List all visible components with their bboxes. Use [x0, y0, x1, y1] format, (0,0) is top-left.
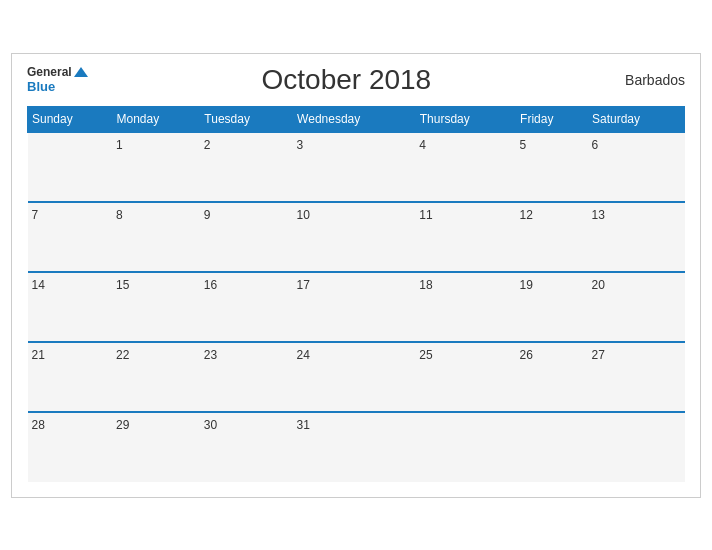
- calendar-cell: 13: [588, 202, 685, 272]
- day-number: 28: [32, 418, 45, 432]
- calendar-cell: [588, 412, 685, 482]
- day-number: 1: [116, 138, 123, 152]
- logo-blue: Blue: [27, 79, 55, 94]
- calendar-cell: 1: [112, 132, 200, 202]
- day-number: 24: [297, 348, 310, 362]
- day-number: 27: [592, 348, 605, 362]
- weekday-header-row: SundayMondayTuesdayWednesdayThursdayFrid…: [28, 106, 685, 132]
- calendar-table: SundayMondayTuesdayWednesdayThursdayFrid…: [27, 106, 685, 482]
- weekday-sunday: Sunday: [28, 106, 112, 132]
- weekday-saturday: Saturday: [588, 106, 685, 132]
- day-number: 21: [32, 348, 45, 362]
- day-number: 13: [592, 208, 605, 222]
- month-title: October 2018: [88, 64, 605, 96]
- logo: General Blue: [27, 65, 88, 95]
- logo-general: General: [27, 65, 72, 79]
- calendar-cell: 20: [588, 272, 685, 342]
- calendar-cell: 10: [293, 202, 416, 272]
- calendar-cell: [415, 412, 515, 482]
- day-number: 11: [419, 208, 432, 222]
- day-number: 26: [520, 348, 533, 362]
- week-row-2: 14151617181920: [28, 272, 685, 342]
- calendar-cell: 2: [200, 132, 293, 202]
- day-number: 23: [204, 348, 217, 362]
- weekday-thursday: Thursday: [415, 106, 515, 132]
- calendar-cell: 23: [200, 342, 293, 412]
- calendar-header: General Blue October 2018 Barbados: [27, 64, 685, 96]
- calendar-cell: 22: [112, 342, 200, 412]
- day-number: 30: [204, 418, 217, 432]
- week-row-0: 123456: [28, 132, 685, 202]
- day-number: 4: [419, 138, 426, 152]
- day-number: 12: [520, 208, 533, 222]
- weekday-friday: Friday: [516, 106, 588, 132]
- calendar-cell: 12: [516, 202, 588, 272]
- day-number: 8: [116, 208, 123, 222]
- weekday-tuesday: Tuesday: [200, 106, 293, 132]
- day-number: 5: [520, 138, 527, 152]
- calendar-container: General Blue October 2018 Barbados Sunda…: [11, 53, 701, 498]
- calendar-cell: 29: [112, 412, 200, 482]
- day-number: 15: [116, 278, 129, 292]
- day-number: 14: [32, 278, 45, 292]
- day-number: 10: [297, 208, 310, 222]
- calendar-cell: 9: [200, 202, 293, 272]
- weekday-monday: Monday: [112, 106, 200, 132]
- week-row-1: 78910111213: [28, 202, 685, 272]
- calendar-cell: 19: [516, 272, 588, 342]
- day-number: 3: [297, 138, 304, 152]
- calendar-header-row: SundayMondayTuesdayWednesdayThursdayFrid…: [28, 106, 685, 132]
- country-label: Barbados: [605, 72, 685, 88]
- calendar-cell: 5: [516, 132, 588, 202]
- calendar-cell: 28: [28, 412, 112, 482]
- calendar-cell: 30: [200, 412, 293, 482]
- calendar-cell: 21: [28, 342, 112, 412]
- calendar-cell: 7: [28, 202, 112, 272]
- calendar-cell: 18: [415, 272, 515, 342]
- calendar-cell: [516, 412, 588, 482]
- calendar-cell: 11: [415, 202, 515, 272]
- day-number: 16: [204, 278, 217, 292]
- day-number: 22: [116, 348, 129, 362]
- day-number: 31: [297, 418, 310, 432]
- calendar-cell: 4: [415, 132, 515, 202]
- day-number: 9: [204, 208, 211, 222]
- calendar-cell: 14: [28, 272, 112, 342]
- calendar-cell: 16: [200, 272, 293, 342]
- calendar-cell: 17: [293, 272, 416, 342]
- calendar-cell: 27: [588, 342, 685, 412]
- day-number: 18: [419, 278, 432, 292]
- calendar-cell: 25: [415, 342, 515, 412]
- calendar-cell: 15: [112, 272, 200, 342]
- logo-triangle-icon: [74, 67, 88, 77]
- week-row-4: 28293031: [28, 412, 685, 482]
- calendar-body: 1234567891011121314151617181920212223242…: [28, 132, 685, 482]
- calendar-cell: 24: [293, 342, 416, 412]
- weekday-wednesday: Wednesday: [293, 106, 416, 132]
- calendar-cell: [28, 132, 112, 202]
- day-number: 7: [32, 208, 39, 222]
- calendar-cell: 8: [112, 202, 200, 272]
- calendar-cell: 6: [588, 132, 685, 202]
- day-number: 29: [116, 418, 129, 432]
- calendar-cell: 31: [293, 412, 416, 482]
- day-number: 6: [592, 138, 599, 152]
- day-number: 17: [297, 278, 310, 292]
- week-row-3: 21222324252627: [28, 342, 685, 412]
- day-number: 25: [419, 348, 432, 362]
- day-number: 20: [592, 278, 605, 292]
- day-number: 19: [520, 278, 533, 292]
- calendar-cell: 3: [293, 132, 416, 202]
- calendar-cell: 26: [516, 342, 588, 412]
- day-number: 2: [204, 138, 211, 152]
